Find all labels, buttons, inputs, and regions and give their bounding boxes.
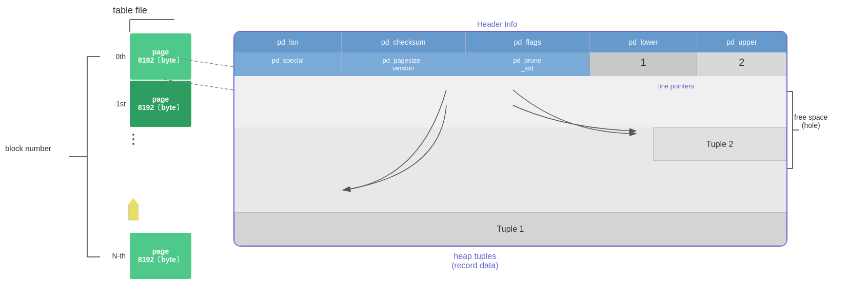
page-block-nth-size: 8192〔byte〕 [138,255,183,265]
page-label-1st: 1st [103,100,126,108]
page-block-0th-line1: page [152,48,169,56]
block-number-label: block number [5,144,51,153]
header-cell-2-pd-pagesize: pd_pagesize_ version [342,52,466,76]
page-block-1st-size: 8192〔byte〕 [138,103,183,113]
page-block-1st: page 8192〔byte〕 [130,81,191,127]
page-structure-box: pd_lsn pd_checksum pd_flags pd_lower pd_… [233,31,787,247]
line-pointers-area: line pointers [234,76,786,102]
page-row-nth: N-th page 8192〔byte〕 [103,233,191,279]
page-label-0th: 0th [103,52,126,61]
dots [132,134,134,145]
tuple-2-block: Tuple 2 [653,127,786,161]
dot-2 [132,138,134,140]
header-row-1: pd_lsn pd_checksum pd_flags pd_lower pd_… [234,32,786,52]
tuple-1-block: Tuple 1 [234,212,786,246]
page-row-0th: 0th page 8192〔byte〕 [103,33,191,80]
page-label-nth: N-th [103,252,126,260]
tuple-area: Tuple 2 Tuple 1 [234,127,786,246]
dot-1 [132,134,134,136]
header-cell-2-pd-prune: pd_prune _xid [465,52,589,76]
page-block-nth-line1: page [152,247,169,255]
line-pointer-2: 2 [697,52,786,76]
header-cell-pd-lsn: pd_lsn [234,32,342,52]
header-cell-pd-lower: pd_lower [590,32,697,52]
dot-3 [132,143,134,145]
heap-tuples-label: heap tuples (record data) [451,252,499,270]
header-cell-pd-flags: pd_flags [466,32,590,52]
yellow-arrow [127,198,140,220]
header-cell-pd-checksum: pd_checksum [342,32,466,52]
header-row-2: pd_special pd_pagesize_ version pd_prune… [234,52,786,76]
header-cell-pd-upper: pd_upper [697,32,786,52]
yellow-arrow-head [127,198,140,206]
page-block-0th-size: 8192〔byte〕 [138,56,183,65]
page-block-nth: page 8192〔byte〕 [130,233,191,279]
page-block-0th: page 8192〔byte〕 [130,33,191,80]
header-cell-2-pd-special: pd_special [234,52,342,76]
table-file-label: table file [113,5,147,16]
page-block-1st-line1: page [152,95,169,103]
page-row-1st: 1st page 8192〔byte〕 [103,81,191,127]
header-info-label: Header Info [477,20,517,28]
yellow-arrow-body [128,206,139,220]
line-pointer-1: 1 [589,52,697,76]
line-pointers-label: line pointers [658,82,694,90]
diagram-container: table file block number 0th page 8192〔by… [0,0,868,297]
free-space-label: free space (hole) [794,113,827,129]
